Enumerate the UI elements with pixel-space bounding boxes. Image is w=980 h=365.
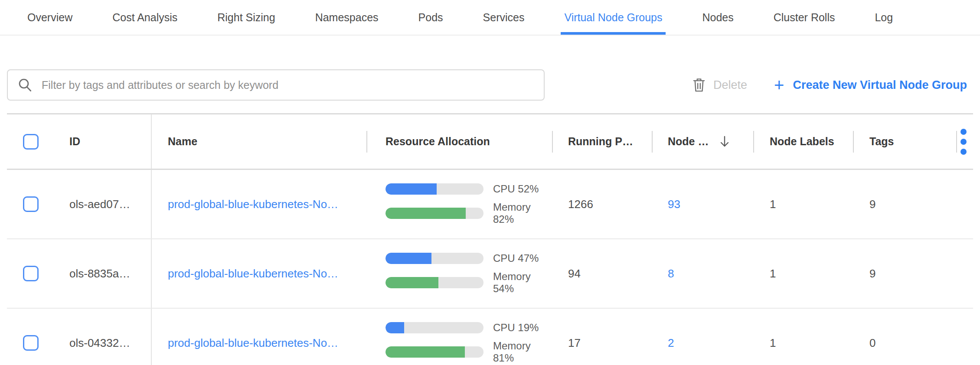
virtual-node-groups-table: ID Name Resource Allocation Running P… N… xyxy=(7,113,973,365)
vng-id: ols-04332… xyxy=(48,309,151,365)
tags-value: 9 xyxy=(853,239,956,308)
sort-descending-icon[interactable] xyxy=(719,135,730,149)
header-node-labels-label: Node Labels xyxy=(770,135,834,148)
row-checkbox[interactable] xyxy=(23,266,39,281)
tab-nodes[interactable]: Nodes xyxy=(702,0,733,35)
column-divider xyxy=(753,131,754,153)
tab-log[interactable]: Log xyxy=(875,0,893,35)
vng-id: ols-aed07… xyxy=(48,170,151,238)
tab-namespaces[interactable]: Namespaces xyxy=(315,0,379,35)
search-icon xyxy=(17,77,33,93)
resource-allocation-cell: CPU 19% Memory 81% xyxy=(366,309,552,365)
cpu-bar xyxy=(385,322,483,333)
cpu-bar xyxy=(385,183,483,195)
vng-name-link[interactable]: prod-global-blue-kubernetes-No… xyxy=(168,198,338,211)
column-divider xyxy=(366,131,367,153)
memory-label: Memory 81% xyxy=(493,340,552,364)
resource-allocation-cell: CPU 47% Memory 54% xyxy=(366,239,552,308)
tab-virtual-node-groups[interactable]: Virtual Node Groups xyxy=(564,0,662,35)
table-row: ols-8835a… prod-global-blue-kubernetes-N… xyxy=(7,239,973,309)
vng-id: ols-8835a… xyxy=(48,239,151,308)
vng-name-link[interactable]: prod-global-blue-kubernetes-No… xyxy=(168,336,338,350)
resource-allocation-cell: CPU 52% Memory 82% xyxy=(366,170,552,238)
nodes-count-link[interactable]: 93 xyxy=(668,198,680,211)
nodes-count-link[interactable]: 2 xyxy=(668,336,674,350)
running-pods-value: 94 xyxy=(552,239,652,308)
memory-bar xyxy=(385,208,483,219)
tab-cluster-rolls[interactable]: Cluster Rolls xyxy=(774,0,835,35)
node-labels-value: 1 xyxy=(753,239,853,308)
header-node-labels[interactable]: Node Labels xyxy=(753,114,853,169)
header-resource-allocation[interactable]: Resource Allocation xyxy=(366,114,552,169)
memory-bar xyxy=(385,277,483,288)
node-labels-value: 1 xyxy=(753,170,853,238)
delete-button-label: Delete xyxy=(713,78,747,92)
search-input[interactable] xyxy=(42,79,534,91)
header-running-pods-label: Running P… xyxy=(568,135,633,148)
toolbar-actions: Delete + Create New Virtual Node Group xyxy=(692,76,973,94)
delete-button[interactable]: Delete xyxy=(692,77,747,93)
column-divider xyxy=(956,131,957,153)
create-button-label: Create New Virtual Node Group xyxy=(793,78,967,92)
column-settings-kebab-icon[interactable] xyxy=(960,129,967,155)
header-running-pods[interactable]: Running P… xyxy=(552,114,652,169)
tags-value: 0 xyxy=(853,309,956,365)
memory-label: Memory 82% xyxy=(493,201,552,225)
memory-bar xyxy=(385,346,483,358)
running-pods-value: 1266 xyxy=(552,170,652,238)
column-divider xyxy=(853,131,854,153)
header-id[interactable]: ID xyxy=(48,114,151,169)
column-divider xyxy=(552,131,553,153)
cpu-label: CPU 52% xyxy=(493,183,539,195)
tab-pods[interactable]: Pods xyxy=(418,0,443,35)
cpu-label: CPU 19% xyxy=(493,322,539,334)
vng-name-link[interactable]: prod-global-blue-kubernetes-No… xyxy=(168,267,338,280)
tags-value: 9 xyxy=(853,170,956,238)
tab-right-sizing[interactable]: Right Sizing xyxy=(217,0,275,35)
header-resource-allocation-label: Resource Allocation xyxy=(385,135,490,148)
row-checkbox[interactable] xyxy=(23,196,39,212)
column-divider xyxy=(652,131,653,153)
filter-search-box[interactable] xyxy=(7,69,545,101)
create-virtual-node-group-button[interactable]: + Create New Virtual Node Group xyxy=(774,76,967,94)
header-tags-label: Tags xyxy=(869,135,894,148)
header-select-all-cell xyxy=(7,114,48,169)
row-checkbox[interactable] xyxy=(23,335,39,351)
header-tags[interactable]: Tags xyxy=(853,114,956,169)
cpu-label: CPU 47% xyxy=(493,252,539,264)
header-nodes[interactable]: Node … xyxy=(652,114,753,169)
header-menu-cell xyxy=(956,114,973,169)
cpu-bar xyxy=(385,253,483,264)
header-nodes-label: Node … xyxy=(668,135,709,148)
table-row: ols-04332… prod-global-blue-kubernetes-N… xyxy=(7,309,973,365)
header-name[interactable]: Name xyxy=(151,114,366,169)
top-tab-bar: Overview Cost Analysis Right Sizing Name… xyxy=(0,0,980,36)
running-pods-value: 17 xyxy=(552,309,652,365)
memory-label: Memory 54% xyxy=(493,270,552,295)
tab-cost-analysis[interactable]: Cost Analysis xyxy=(112,0,177,35)
toolbar: Delete + Create New Virtual Node Group xyxy=(7,69,973,101)
tab-services[interactable]: Services xyxy=(483,0,525,35)
table-header-row: ID Name Resource Allocation Running P… N… xyxy=(7,114,973,170)
table-row: ols-aed07… prod-global-blue-kubernetes-N… xyxy=(7,170,973,239)
node-labels-value: 1 xyxy=(753,309,853,365)
tab-overview[interactable]: Overview xyxy=(27,0,72,35)
plus-icon: + xyxy=(774,76,784,94)
select-all-checkbox[interactable] xyxy=(23,134,39,150)
nodes-count-link[interactable]: 8 xyxy=(668,267,674,280)
trash-icon xyxy=(692,77,706,93)
